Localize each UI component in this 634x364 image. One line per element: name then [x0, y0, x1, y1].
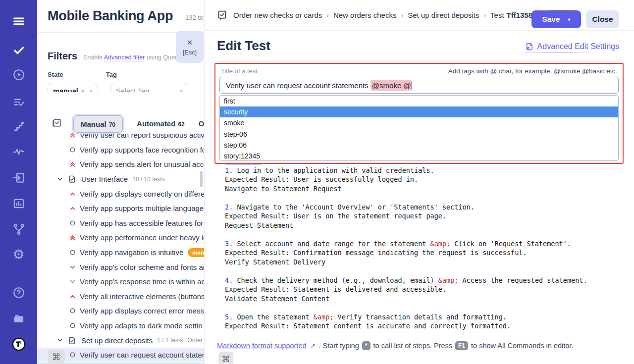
tag-token: @smoke @: [370, 80, 412, 91]
manual-badge: manual: [188, 248, 204, 257]
steps-icon[interactable]: [12, 120, 26, 134]
test-row[interactable]: Verify app supports face recognition fo: [37, 143, 204, 157]
select-all-icon[interactable]: [52, 118, 62, 129]
editor-line: Expected Result: User is on the statemen…: [225, 211, 626, 221]
priority-normal-icon: [69, 249, 76, 256]
breadcrumb: Order new checks or cards›New orders che…: [233, 11, 541, 19]
test-row[interactable]: Verify all interactive elements (buttons: [37, 289, 204, 304]
test-row[interactable]: Verify app displays correctly on differe: [37, 186, 204, 201]
save-dropdown-caret-icon[interactable]: ▾: [568, 17, 571, 22]
edit-test-drawer: Order new checks or cards›New orders che…: [204, 0, 634, 364]
suite-counts: 1 / 1 tests: [157, 337, 183, 344]
sign-in-icon[interactable]: [12, 171, 26, 185]
editor-line: 3. Select account and date range for the…: [225, 239, 626, 249]
breadcrumb-item[interactable]: Order new checks or cards: [233, 11, 322, 19]
tab-out-of-sync[interactable]: Out of sync: [199, 115, 204, 132]
editor-line: 4. Check the delivery method (e.g., down…: [225, 276, 626, 285]
menu-icon[interactable]: [12, 14, 26, 28]
tab-manual[interactable]: Manual70: [73, 115, 123, 133]
test-row[interactable]: Verify app performance under heavy lo: [37, 230, 204, 245]
test-row[interactable]: Verify app adapts to dark mode settin: [37, 318, 204, 333]
tag-option[interactable]: step:06: [220, 140, 618, 151]
tabs-bar: Manual70Automated62Out of sync: [37, 92, 204, 133]
editor-line: Expected Result: Confirmation message in…: [225, 248, 626, 258]
tag-option[interactable]: step-06: [220, 129, 618, 140]
priority-normal-icon: [69, 322, 76, 329]
priority-high-icon: [69, 293, 76, 300]
editor-line: 2. Navigate to the 'Account Overview' or…: [225, 203, 626, 212]
report-chart-icon[interactable]: [12, 197, 26, 210]
test-row[interactable]: Verify app sends alert for unusual acco: [37, 157, 204, 172]
steps-editor[interactable]: ### Steps1. Log in to the application wi…: [225, 156, 626, 331]
test-row[interactable]: Verify app displays correct error messa: [37, 304, 204, 318]
run-list-icon[interactable]: [12, 95, 26, 109]
test-row[interactable]: Verify app has accessible features for: [37, 216, 204, 231]
help-icon[interactable]: [12, 286, 26, 300]
editor-line: Navigate to Statement Request: [225, 184, 626, 194]
markdown-help-link[interactable]: Markdown format supported: [217, 342, 307, 350]
project-header: Mobile Banking App 132 tests: [37, 0, 204, 33]
editor-line: Expected Result: User is successfully lo…: [225, 175, 626, 184]
advanced-edit-settings-link[interactable]: Advanced Edit Settings: [525, 42, 619, 53]
breadcrumb-item[interactable]: New orders checks: [333, 11, 397, 19]
priority-normal-icon: [69, 308, 76, 314]
breadcrumb-separator: ›: [326, 11, 329, 19]
editor-line: Expected Result: Statement content is ac…: [225, 321, 626, 331]
test-row[interactable]: Verify app supports multiple language: [37, 201, 204, 216]
suite-row[interactable]: User Interface10 / 10 tests: [37, 172, 204, 187]
tag-option[interactable]: security: [220, 106, 618, 117]
tag-option[interactable]: smoke: [220, 117, 618, 128]
tests-check-icon[interactable]: [12, 43, 26, 57]
test-row[interactable]: Verify app navigation is intuitivemanual: [37, 245, 204, 260]
asterisk-key-badge: *: [362, 341, 370, 350]
title-input[interactable]: Verify user can request account statemen…: [219, 77, 619, 94]
editor-line: [225, 266, 626, 276]
breadcrumb-item[interactable]: Set up direct deposits: [408, 11, 479, 19]
command-shortcut-badge[interactable]: ⌘: [218, 352, 233, 364]
close-icon[interactable]: ×: [187, 38, 192, 47]
tests-count: 132 tests: [185, 14, 204, 21]
test-row[interactable]: Verify app's response time is within ac: [37, 274, 204, 289]
tag-suggestions-dropdown: firstsecuritysmokestep-06step:06story:12…: [219, 95, 619, 161]
breadcrumb-separator: ›: [401, 11, 403, 19]
f1-key-badge: F1: [455, 341, 468, 350]
command-shortcut-badge[interactable]: ⌘: [48, 350, 65, 364]
priority-low-icon: [69, 264, 76, 270]
editor-line: [225, 230, 626, 239]
close-button[interactable]: Close: [586, 10, 619, 28]
tab-automated[interactable]: Automated62: [137, 115, 185, 132]
pulse-icon[interactable]: [12, 145, 26, 158]
test-row[interactable]: Verify app's color scheme and fonts ar: [37, 260, 204, 274]
test-tree: Verify user can report suspicious activV…: [37, 128, 204, 363]
gear-icon[interactable]: ⚙: [12, 248, 26, 261]
priority-low-icon: [69, 278, 76, 285]
suite-row[interactable]: Set up direct deposits1 / 1 testsOrder n…: [37, 333, 204, 348]
breadcrumb-test-label: Test: [490, 11, 504, 19]
esc-hint: [Esc]: [183, 49, 197, 56]
app-root: ⚙ Verify user can report suspicious acti…: [0, 0, 634, 364]
test-doc-icon: [217, 10, 227, 20]
tag-option[interactable]: story:12345: [220, 151, 618, 161]
play-circle-icon[interactable]: [12, 68, 26, 82]
suite-counts: 10 / 10 tests: [132, 176, 164, 183]
advanced-filter-link[interactable]: Advanced filter: [104, 54, 145, 61]
priority-critical-icon: [69, 132, 76, 138]
priority-high-icon: [69, 191, 76, 197]
chevron-down-icon[interactable]: [56, 337, 63, 344]
tree-scrollbar[interactable]: [200, 171, 203, 187]
filters-heading: Filters: [48, 51, 77, 62]
suite-order-link[interactable]: Order ne: [187, 337, 204, 344]
text-cursor: [412, 81, 413, 90]
branch-icon[interactable]: [12, 222, 26, 236]
external-link-icon[interactable]: ↗: [311, 342, 316, 350]
tag-option[interactable]: first: [220, 96, 618, 106]
project-title: Mobile Banking App: [48, 8, 173, 24]
save-button[interactable]: Save▾: [531, 10, 581, 28]
app-logo[interactable]: [12, 337, 26, 351]
folders-icon[interactable]: [12, 312, 26, 325]
title-label: Title of a test: [221, 67, 258, 75]
editor-line: Validate Statement Content: [225, 294, 626, 304]
chevron-down-icon[interactable]: [56, 176, 63, 183]
suite-doc-icon: [68, 175, 76, 183]
icon-rail: ⚙: [0, 0, 37, 364]
